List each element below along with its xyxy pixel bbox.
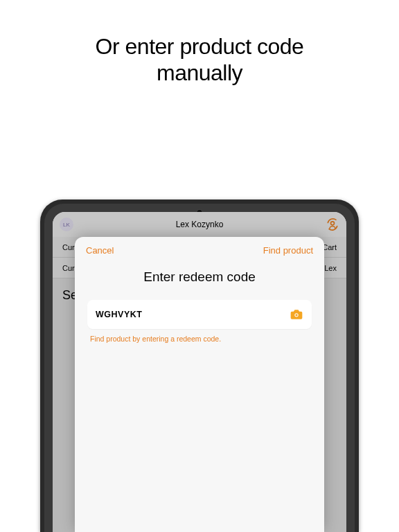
device-mockup: LK Lex Kozynko Curre <box>40 200 359 532</box>
promo-title-line2: manually <box>0 60 399 86</box>
modal-title: Enter redeem code <box>75 256 324 300</box>
cancel-button[interactable]: Cancel <box>86 245 114 256</box>
camera-icon[interactable] <box>290 308 303 321</box>
promo-title-line1: Or enter product code <box>0 33 399 60</box>
redeem-code-modal: Cancel Find product Enter redeem code <box>75 237 324 532</box>
redeem-code-field-row <box>87 300 312 329</box>
find-product-button[interactable]: Find product <box>263 245 313 256</box>
device-screen: LK Lex Kozynko Curre <box>53 212 346 532</box>
redeem-code-input[interactable] <box>96 310 290 319</box>
svg-point-2 <box>295 314 297 316</box>
redeem-hint: Find product by entering a redeem code. <box>75 329 324 348</box>
promo-title: Or enter product code manually <box>0 0 399 87</box>
